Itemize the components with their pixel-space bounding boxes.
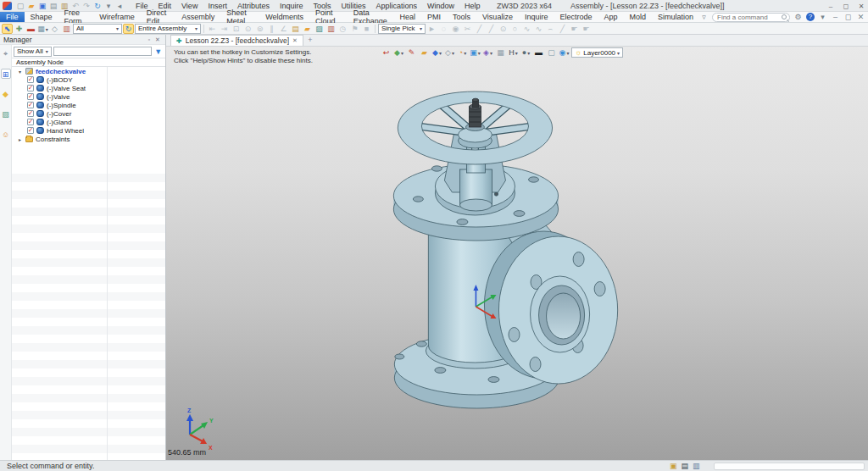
filter-funnel-icon[interactable]: ▼ [153,47,164,56]
ribbon-tab-heal[interactable]: Heal [393,12,421,22]
print-icon[interactable]: ▤ [48,1,58,11]
document-tab[interactable]: ✚ Lesson 22.Z3 - [feedcheckvalve] ✕ [170,35,303,46]
tree-item-valve[interactable]: ✓ (-)Valve [12,92,165,101]
graphics-viewport[interactable]: ✚ Lesson 22.Z3 - [feedcheckvalve] ✕ + Yo… [166,35,868,460]
prompt-box[interactable] [714,463,865,470]
ribbon-tab-sheet-metal[interactable]: Sheet Metal [220,12,259,22]
tree-item-gland[interactable]: ✓ (-)Gland [12,118,165,126]
visibility-checkbox[interactable]: ✓ [27,85,34,91]
gallery-icon[interactable]: ▨ [314,24,325,34]
constraint-coincident-icon[interactable]: ⊡ [231,24,242,34]
minimize-button[interactable]: – [826,3,836,10]
bom-chart-icon[interactable]: ▥ [61,24,72,34]
model-canvas[interactable]: You can set the hotkey in Customize Sett… [166,47,868,460]
ribbon-tab-data-exchange[interactable]: Data Exchange [348,12,394,22]
pick-mode-combo[interactable]: Single Pick ▾ [378,24,426,34]
ribbon-tab-wireframe[interactable]: Wireframe [93,12,141,22]
stop-icon[interactable]: ■ [361,24,372,34]
pick-arrow-icon[interactable]: ► [426,24,437,34]
visibility-checkbox[interactable]: ✓ [27,110,34,117]
gear-icon[interactable]: ⚙ [793,13,803,21]
tree-filter-combo[interactable]: Show All ▾ [14,47,52,57]
render-manager-icon[interactable]: ▨ [1,109,11,119]
spline-icon[interactable]: ∿ [533,24,544,34]
visual-manager-icon[interactable]: ◆ [1,89,11,99]
help-icon[interactable]: ? [806,13,815,21]
ribbon-tab-inquire[interactable]: Inquire [519,12,554,22]
trim-icon[interactable]: ✂ [462,24,473,34]
pin-ribbon-icon[interactable]: ▿ [699,13,709,21]
ribbon-tab-tools[interactable]: Tools [447,12,476,22]
ribbon-tab-mold[interactable]: Mold [623,12,652,22]
wave-icon[interactable]: ∿ [521,24,532,34]
constraint-concentric-icon[interactable]: ⊚ [254,24,265,34]
qa-dropdown-icon[interactable]: ▾ [103,1,114,11]
tree-item-cover[interactable]: ✓ (-)Cover [12,109,165,118]
close-button[interactable]: ✕ [856,3,866,10]
expand-arrow-icon[interactable]: ▾ [17,69,23,75]
new-tab-button[interactable]: + [303,35,317,46]
role-manager-icon[interactable]: ☺ [1,130,11,140]
assembly-manager-icon[interactable]: ⊞ [1,69,11,79]
play-icon[interactable]: ◉ [450,24,461,34]
constraint-parallel-icon[interactable]: ∥ [266,24,277,34]
visibility-checkbox[interactable]: ✓ [27,76,34,83]
command-search-input[interactable] [715,13,780,22]
collapse-arrow-icon[interactable]: ▸ [17,136,23,142]
history-manager-icon[interactable]: ⌖ [1,48,11,58]
ribbon-tab-pmi[interactable]: PMI [421,12,447,22]
tree-item-valve-seat[interactable]: ✓ (-)Valve Seat [12,84,165,92]
command-search[interactable] [712,13,790,22]
qa-collapse-icon[interactable]: ◂ [114,1,125,11]
ribbon-tab-point-cloud[interactable]: Point Cloud [309,12,348,22]
ribbon-tab-file[interactable]: File [0,12,25,22]
ribbon-tab-free-form[interactable]: Free Form [58,12,94,22]
tab-close-icon[interactable]: ✕ [292,37,298,44]
reference-book-icon[interactable]: ▥ [326,24,337,34]
circle-icon[interactable]: ○ [509,24,520,34]
anchor-component-icon[interactable]: ⇤ [207,24,218,34]
menu-window[interactable]: Window [422,0,459,12]
flag-icon[interactable]: ⚑ [349,24,360,34]
ribbon-tab-electrode[interactable]: Electrode [554,12,598,22]
insert-component-icon[interactable]: ✚ [14,24,25,34]
rotate-hand-icon[interactable]: ☛ [581,24,592,34]
menu-inquire[interactable]: Inquire [275,0,309,12]
notes-icon[interactable]: ▤ [290,24,301,34]
ribbon-tab-simulation[interactable]: Simulation [652,12,699,22]
history-clock-icon[interactable]: ◷ [337,24,348,34]
visibility-checkbox[interactable]: ✓ [27,127,34,134]
align-component-icon[interactable]: ⇥ [219,24,230,34]
ribbon-tab-app[interactable]: App [598,12,623,22]
tree-root-feedcheckvalve[interactable]: ▾ feedcheckvalve [12,67,165,75]
ribbon-tab-weldments[interactable]: Weldments [259,12,309,22]
doc-minimize-button[interactable]: – [831,13,840,21]
tree-item-hand-wheel[interactable]: ✓ Hand Wheel [12,126,165,135]
monitor-icon[interactable]: ▤ [682,462,689,470]
tree-item-spindle[interactable]: ✓ (-)Spindle [12,101,165,109]
prompt-window-icon[interactable]: ▣ [670,462,677,470]
lasso-icon[interactable]: ◌ [438,24,449,34]
circle-center-icon[interactable]: ⊙ [498,24,509,34]
scope-combo[interactable]: Entire Assembly ▾ [135,24,201,34]
restore-button[interactable]: ◻ [841,3,851,10]
constraint-tangent-icon[interactable]: ⊙ [242,24,253,34]
tree-search-input[interactable] [53,47,152,56]
ribbon-tab-assembly[interactable]: Assembly [175,12,220,22]
help-caret-icon[interactable]: ▾ [818,13,827,21]
menu-help[interactable]: Help [459,0,486,12]
arc-icon[interactable]: ⌢ [545,24,556,34]
doc-close-button[interactable]: ✕ [856,13,865,21]
update-assembly-icon[interactable]: ↻ [123,24,134,34]
zw3d-logo-icon[interactable] [3,2,12,10]
save-icon[interactable]: ▣ [37,1,47,11]
panel-icon[interactable]: ▥ [693,462,700,470]
pan-hand-icon[interactable]: ☛ [569,24,580,34]
menu-view[interactable]: View [176,0,203,12]
ribbon-tab-shape[interactable]: Shape [25,12,58,22]
regen-icon[interactable]: ↻ [92,1,103,11]
slash-icon[interactable]: ╱ [557,24,568,34]
doc-restore-button[interactable]: ◻ [843,13,853,21]
select-filter-icon[interactable]: ⬉ [2,24,13,34]
image-mode-icon[interactable]: ▦▾ [37,24,48,34]
